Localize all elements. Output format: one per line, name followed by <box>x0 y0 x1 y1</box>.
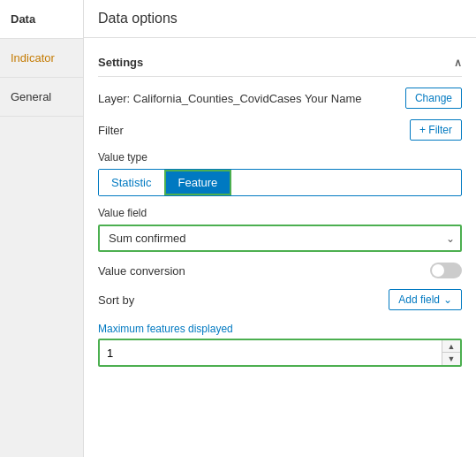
feature-toggle-button[interactable]: Feature <box>164 170 232 195</box>
value-field-label: Value field <box>98 207 462 219</box>
add-field-chevron-icon: ⌄ <box>443 293 452 306</box>
max-features-input[interactable] <box>100 340 442 365</box>
settings-section-header: Settings ∧ <box>98 47 462 77</box>
content-area: Settings ∧ Layer: California_Counties_Co… <box>84 38 476 376</box>
max-features-input-wrapper: ▲ ▼ <box>98 339 462 367</box>
change-button[interactable]: Change <box>405 88 462 109</box>
add-field-label: Add field <box>398 293 440 306</box>
sidebar-item-indicator-label: Indicator <box>11 51 55 65</box>
statistic-toggle-button[interactable]: Statistic <box>99 170 164 195</box>
sidebar: Data Indicator General <box>0 0 84 457</box>
value-type-section: Value type Statistic Feature <box>98 151 462 196</box>
filter-label: Filter <box>98 124 410 137</box>
add-filter-button[interactable]: + Filter <box>410 119 462 141</box>
value-conversion-row: Value conversion <box>98 263 462 278</box>
value-field-section: Value field Sum confirmed ⌄ <box>98 207 462 252</box>
panel-title: Data options <box>98 11 178 26</box>
add-field-button[interactable]: Add field ⌄ <box>389 289 462 310</box>
sidebar-item-general[interactable]: General <box>0 78 83 117</box>
layer-row: Layer: California_Counties_CovidCases Yo… <box>98 88 462 109</box>
sidebar-item-indicator[interactable]: Indicator <box>0 39 83 78</box>
sidebar-item-data-label: Data <box>11 12 35 26</box>
filter-row: Filter + Filter <box>98 119 462 141</box>
number-spinners: ▲ ▼ <box>442 340 460 365</box>
max-features-label: Maximum features displayed <box>98 323 462 335</box>
sort-by-row: Sort by Add field ⌄ <box>98 289 462 310</box>
spinner-up-button[interactable]: ▲ <box>442 340 460 353</box>
value-field-select[interactable]: Sum confirmed <box>98 225 462 252</box>
value-conversion-label: Value conversion <box>98 264 430 278</box>
max-features-section: Maximum features displayed ▲ ▼ <box>98 323 462 367</box>
main-panel: Data options Settings ∧ Layer: Californi… <box>84 0 476 457</box>
layer-label: Layer: California_Counties_CovidCases Yo… <box>98 92 405 105</box>
sidebar-item-general-label: General <box>11 90 51 103</box>
value-type-toggle-group: Statistic Feature <box>98 169 462 196</box>
value-field-dropdown-container: Sum confirmed ⌄ <box>98 225 462 252</box>
spinner-down-button[interactable]: ▼ <box>442 353 460 365</box>
chevron-up-icon: ∧ <box>454 57 462 69</box>
settings-label: Settings <box>98 56 143 69</box>
sidebar-item-data[interactable]: Data <box>0 0 83 39</box>
value-conversion-toggle[interactable] <box>430 263 462 278</box>
sort-by-label: Sort by <box>98 293 389 307</box>
value-type-label: Value type <box>98 151 462 164</box>
panel-header: Data options <box>84 0 476 38</box>
